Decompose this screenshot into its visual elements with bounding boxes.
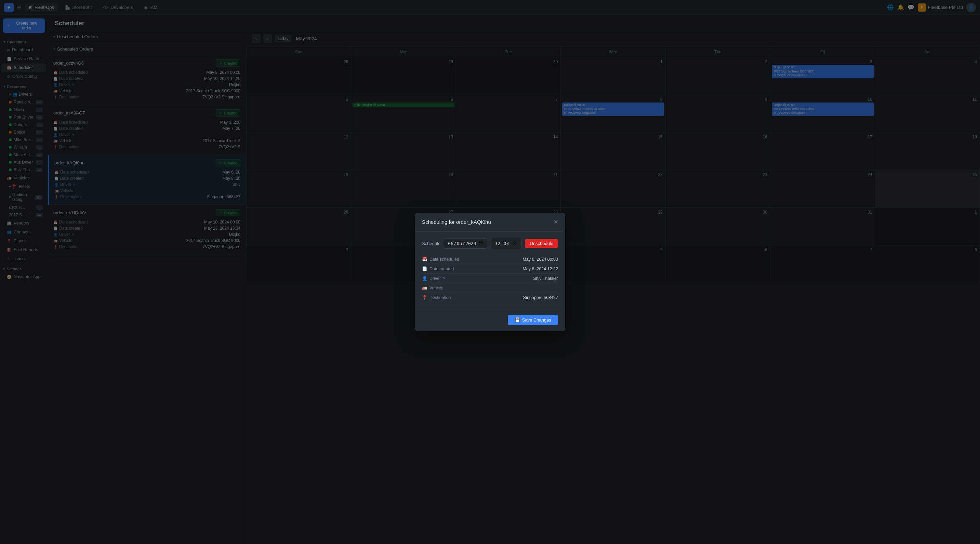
scheduling-modal: Scheduling for order_kAQf0hu ✕ Schedule …	[415, 213, 565, 331]
schedule-time-input[interactable]	[491, 238, 522, 249]
modal-driver-value: Shiv Thakker	[533, 276, 558, 281]
modal-footer: 💾 Save Changes	[415, 309, 565, 331]
schedule-row: Schedule Unschedule	[422, 238, 558, 249]
doc-field-icon: 📄	[422, 266, 428, 271]
modal-header: Scheduling for order_kAQf0hu ✕	[415, 213, 565, 231]
modal-field-destination: 📍 Destination Singapore 568427	[422, 293, 558, 302]
modal-date-created-value: May 8, 2024 12:22	[522, 266, 558, 271]
save-icon: 💾	[515, 317, 520, 323]
schedule-label: Schedule	[422, 241, 441, 246]
modal-destination-value: Singapore 568427	[523, 295, 558, 300]
vehicle-field-icon: 🚛	[422, 285, 428, 290]
modal-close-button[interactable]: ✕	[554, 219, 558, 225]
calendar-field-icon: 📅	[422, 257, 428, 262]
driver-field-icon: 👤	[422, 276, 428, 281]
modal-title: Scheduling for order_kAQf0hu	[422, 219, 491, 225]
modal-field-date-created: 📄 Date created May 8, 2024 12:22	[422, 264, 558, 274]
pin-field-icon: 📍	[422, 295, 428, 300]
modal-date-scheduled-value: May 6, 2024 00:00	[522, 257, 558, 262]
modal-overlay[interactable]: Scheduling for order_kAQf0hu ✕ Schedule …	[0, 0, 980, 544]
modal-field-vehicle: 🚛 Vehicle	[422, 283, 558, 293]
driver-modal-edit-icon[interactable]: ✎	[443, 276, 445, 280]
schedule-date-input[interactable]	[444, 238, 487, 249]
save-changes-button[interactable]: 💾 Save Changes	[508, 315, 558, 325]
modal-field-driver: 👤 Driver ✎ Shiv Thakker	[422, 274, 558, 283]
unschedule-button[interactable]: Unschedule	[525, 239, 558, 248]
modal-field-date-scheduled: 📅 Date scheduled May 6, 2024 00:00	[422, 255, 558, 264]
modal-body: Schedule Unschedule 📅 Date scheduled May…	[415, 231, 565, 309]
